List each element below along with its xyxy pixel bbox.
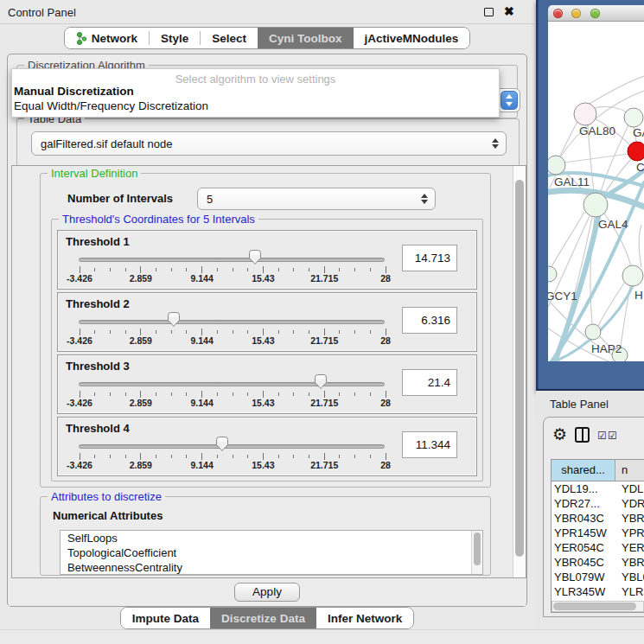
number-of-intervals-combobox[interactable]: 5 — [197, 188, 436, 210]
node-table[interactable]: shared... n YDL19...YDL1YDR27...YDR2YBR0… — [551, 459, 644, 613]
slider-tick — [263, 328, 264, 335]
table-row[interactable]: YBR043CYBR0 — [552, 511, 644, 526]
slider-tick — [156, 268, 156, 271]
slider-track[interactable] — [79, 320, 385, 324]
numerical-attributes-list[interactable]: SelfLoopsTopologicalCoefficientBetweenne… — [60, 530, 483, 575]
slider-tick — [324, 391, 325, 398]
dropdown-option-manual-discretization[interactable]: Manual Discretization — [12, 84, 499, 99]
tab-select[interactable]: Select — [201, 28, 258, 48]
slider-tick — [370, 330, 371, 334]
tab-impute-data[interactable]: Impute Data — [121, 608, 210, 628]
slider-track[interactable] — [79, 258, 385, 262]
network-node[interactable] — [622, 265, 643, 286]
scrollbar-thumb[interactable] — [515, 180, 524, 557]
slider-tick-label: 2.859 — [130, 398, 152, 408]
network-node-label: GA — [633, 126, 644, 139]
slider-tick — [110, 392, 111, 396]
table-panel-title: Table Panel — [550, 398, 609, 411]
split-columns-icon[interactable] — [575, 427, 590, 443]
slider-thumb[interactable] — [167, 311, 181, 327]
table-row[interactable]: YPR145WYPR1 — [552, 526, 644, 540]
tab-network[interactable]: Network — [65, 28, 149, 48]
tab-jactivemnodules[interactable]: jActiveMNodules — [354, 28, 470, 48]
slider-track[interactable] — [79, 444, 385, 449]
table-row[interactable]: YBL079WYBL0 — [552, 570, 644, 584]
slider-thumb[interactable] — [314, 373, 328, 389]
list-item[interactable]: TopologicalCoefficient — [61, 545, 482, 560]
slider-tick — [201, 391, 202, 398]
tab-discretize-data[interactable]: Discretize Data — [210, 608, 316, 628]
threshold-value-field[interactable]: 11.344 — [402, 431, 457, 458]
tab-infer-network[interactable]: Infer Network — [316, 608, 413, 628]
list-item[interactable]: SelfLoops — [61, 531, 482, 545]
apply-button[interactable]: Apply — [234, 583, 300, 602]
scrollbar-thumb[interactable] — [553, 603, 636, 610]
network-edge[interactable] — [588, 76, 644, 105]
network-view-window[interactable]: GAL80GACGAL11GAL4GCY1HHAP2 — [536, 0, 644, 391]
table-row[interactable]: YLR345WYLR3 — [552, 584, 644, 599]
network-canvas[interactable]: GAL80GACGAL11GAL4GCY1HHAP2 — [548, 22, 644, 361]
slider-tick — [354, 330, 355, 334]
network-node[interactable] — [548, 266, 557, 282]
network-node[interactable] — [628, 142, 644, 161]
slider-track[interactable] — [79, 382, 385, 386]
table-row[interactable]: YDR27...YDR2 — [552, 496, 644, 511]
panel-scrollbar[interactable] — [513, 166, 526, 577]
slider-tick-label: -3.426 — [67, 398, 92, 408]
threshold-value-field[interactable]: 14.713 — [402, 245, 457, 271]
close-icon[interactable]: ✖ — [504, 4, 514, 18]
network-node[interactable] — [548, 156, 565, 175]
slider-tick — [125, 455, 126, 458]
table-data-group: Table Data galFiltered.sif default node — [16, 118, 520, 167]
slider-thumb[interactable] — [215, 436, 229, 451]
network-node[interactable] — [574, 103, 596, 125]
minimize-traffic-light-icon[interactable] — [571, 9, 581, 18]
table-row[interactable]: YER054CYER0 — [552, 540, 644, 555]
table-data-combobox[interactable]: galFiltered.sif default node — [31, 131, 507, 156]
column-header-name[interactable]: n — [615, 460, 644, 481]
cell-name: YER0 — [615, 540, 644, 555]
network-node-label: GAL80 — [579, 124, 615, 137]
network-edge[interactable] — [559, 122, 577, 157]
slider-tick — [370, 392, 371, 396]
combo-stepper-icon[interactable] — [501, 91, 518, 110]
gear-icon[interactable]: ⚙ — [552, 424, 567, 444]
network-edge[interactable] — [564, 154, 628, 163]
slider-tick — [309, 268, 309, 271]
checkbox-icon[interactable]: ☑ — [608, 430, 617, 442]
group-title: Threshold's Coordinates for 5 Intervals — [59, 213, 258, 226]
slider-tick — [80, 266, 80, 273]
scrollbar-thumb[interactable] — [474, 532, 481, 565]
tab-cyni-toolbox[interactable]: Cyni Toolbox — [258, 28, 354, 48]
slider-tick — [293, 392, 294, 396]
network-icon — [76, 32, 87, 45]
float-window-icon[interactable] — [484, 8, 494, 16]
zoom-traffic-light-icon[interactable] — [590, 9, 600, 18]
cell-shared-name: YBL079W — [552, 570, 615, 584]
network-node[interactable] — [583, 193, 608, 217]
network-window-titlebar[interactable] — [548, 5, 644, 22]
checkbox-icon[interactable]: ☑ — [597, 430, 607, 442]
slider-thumb[interactable] — [248, 249, 262, 265]
table-horizontal-scrollbar[interactable] — [552, 601, 644, 612]
slider-tick — [140, 391, 141, 398]
table-row[interactable]: YDL19...YDL1 — [552, 481, 644, 496]
table-rows: YDL19...YDL1YDR27...YDR2YBR043CYBR0YPR14… — [552, 481, 644, 613]
network-edge[interactable] — [639, 225, 641, 267]
slider-tick-label: 9.144 — [190, 335, 213, 346]
list-scrollbar[interactable] — [471, 531, 482, 574]
close-traffic-light-icon[interactable] — [553, 9, 563, 18]
dropdown-option-equal-width-frequency[interactable]: Equal Width/Frequency Discretization — [12, 99, 499, 113]
list-item[interactable]: BetweennessCentrality — [61, 560, 482, 575]
slider-tick — [309, 392, 309, 396]
threshold-value-field[interactable]: 21.4 — [402, 369, 457, 396]
column-header-shared-name[interactable]: shared... — [552, 460, 615, 481]
tab-style[interactable]: Style — [150, 28, 200, 48]
combo-value: galFiltered.sif default node — [41, 137, 172, 150]
threshold-value-field[interactable]: 6.316 — [402, 307, 457, 334]
network-edge[interactable] — [552, 212, 584, 267]
network-node[interactable] — [624, 108, 643, 127]
threshold-panel: Threshold 1-3.4262.8599.14415.4321.71528… — [57, 230, 477, 290]
table-row[interactable]: YBR045CYBR0 — [552, 555, 644, 570]
network-node[interactable] — [585, 324, 601, 340]
